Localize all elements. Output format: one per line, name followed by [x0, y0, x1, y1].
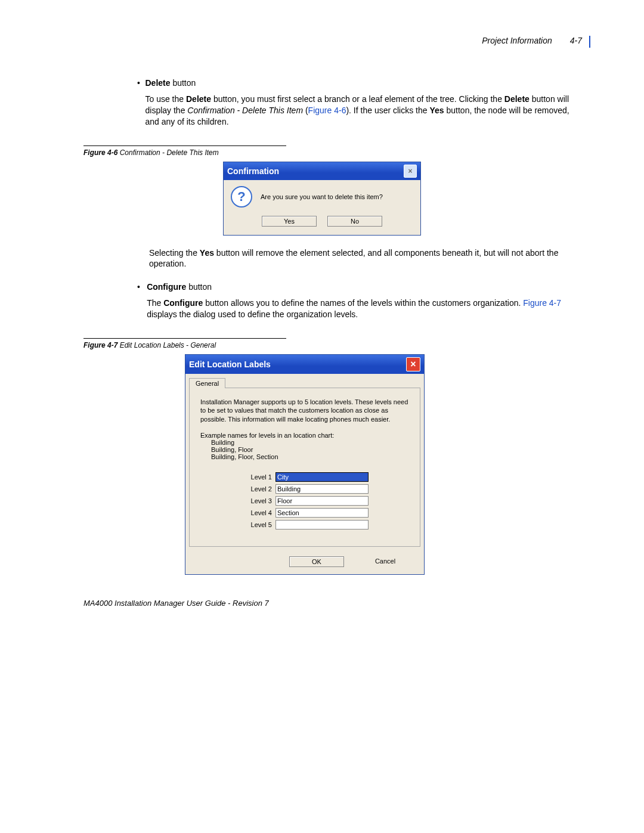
figref-4-6[interactable]: Figure 4-6	[308, 106, 346, 115]
edit-location-dialog: Edit Location Labels × General Installat…	[185, 354, 425, 575]
configure-paragraph-1: The Configure button allows you to defin…	[147, 298, 572, 320]
delete-paragraph-1: To use the Delete button, you must first…	[145, 94, 572, 128]
delete-paragraph-2: Selecting the Yes button will remove the…	[149, 247, 572, 270]
bullet-icon: •	[137, 78, 140, 140]
level-3-input[interactable]	[275, 496, 369, 506]
cancel-button[interactable]: Cancel	[358, 556, 412, 567]
bullet-icon: •	[137, 281, 142, 332]
question-icon: ?	[231, 186, 252, 208]
level-5-input[interactable]	[275, 520, 369, 529]
section-title: Project Information	[482, 36, 552, 45]
page-number: 4-7	[570, 36, 582, 45]
configure-heading-rest: button	[186, 282, 212, 292]
tab-page-general: Installation Manager supports up to 5 lo…	[189, 388, 420, 547]
tab-general[interactable]: General	[189, 378, 225, 388]
bullet-delete: • Delete button To use the Delete button…	[137, 78, 572, 140]
close-icon[interactable]: ×	[404, 165, 417, 178]
bullet-configure: • Configure button The Configure button …	[137, 281, 572, 332]
examples-block: Example names for levels in an location …	[200, 432, 409, 460]
level-5-label: Level 5	[241, 521, 272, 528]
close-icon[interactable]: ×	[406, 357, 420, 371]
ok-button[interactable]: OK	[289, 556, 344, 567]
confirmation-dialog: Confirmation × ? Are you sure you want t…	[223, 162, 421, 236]
figref-4-7[interactable]: Figure 4-7	[523, 298, 561, 308]
no-button[interactable]: No	[327, 216, 382, 227]
level-3-label: Level 3	[241, 497, 272, 504]
level-4-input[interactable]	[275, 508, 369, 518]
level-2-input[interactable]	[275, 484, 369, 494]
page-header: Project Information 4-7	[54, 36, 590, 48]
level-1-input[interactable]	[275, 472, 369, 482]
dialog-description: Installation Manager supports up to 5 lo…	[200, 398, 409, 423]
edit-location-title: Edit Location Labels	[189, 360, 271, 369]
page-footer: MA4000 Installation Manager User Guide -…	[83, 599, 590, 608]
confirmation-message: Are you sure you want to delete this ite…	[261, 193, 383, 200]
figure-4-7-caption: Figure 4-7 Edit Location Labels - Genera…	[83, 338, 286, 349]
confirmation-title: Confirmation	[227, 166, 279, 176]
level-4-label: Level 4	[241, 509, 272, 516]
figure-4-6-caption: Figure 4-6 Confirmation - Delete This It…	[83, 145, 286, 157]
confirmation-titlebar: Confirmation ×	[224, 162, 420, 180]
yes-button[interactable]: Yes	[262, 216, 317, 227]
level-1-label: Level 1	[241, 473, 272, 481]
edit-location-titlebar: Edit Location Labels ×	[185, 355, 424, 374]
delete-heading-strong: Delete	[145, 78, 170, 88]
configure-heading-strong: Configure	[147, 282, 186, 292]
level-2-label: Level 2	[241, 485, 272, 493]
delete-heading-rest: button	[171, 78, 196, 88]
